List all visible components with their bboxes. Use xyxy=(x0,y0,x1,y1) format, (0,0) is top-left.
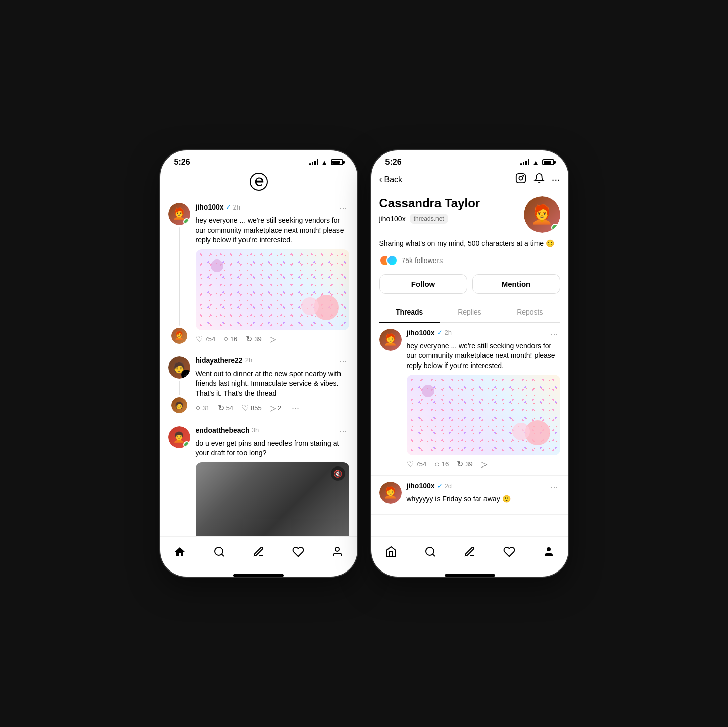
thread-line-2 xyxy=(179,381,180,395)
followers-avatars xyxy=(379,255,398,266)
post-user-1: jiho100x ✓ 2h xyxy=(196,203,241,211)
nav-compose-2[interactable] xyxy=(458,543,482,561)
repost-count-2: 54 xyxy=(226,404,233,412)
svg-point-2 xyxy=(335,547,339,551)
profile-sticker-image xyxy=(407,375,560,455)
post-user-2: hidayathere22 2h xyxy=(196,356,253,365)
profile-verified-1: ✓ xyxy=(437,329,443,336)
tab-replies[interactable]: Replies xyxy=(440,302,500,322)
search-icon-2 xyxy=(424,546,436,558)
status-bar-1: 5:26 ▲ xyxy=(160,150,357,169)
profile-bio: Sharing what's on my mind, 500 character… xyxy=(379,239,560,249)
wifi-icon-2: ▲ xyxy=(532,159,539,166)
profile-icon-nav xyxy=(331,546,344,558)
more-button-1[interactable]: ··· xyxy=(337,203,349,214)
heart-icon-nav xyxy=(292,546,304,558)
post-username-1: jiho100x xyxy=(196,203,224,211)
svg-point-4 xyxy=(523,175,524,176)
nav-search-2[interactable] xyxy=(418,543,443,561)
repost-icon-2: ↻ xyxy=(218,403,224,413)
tab-reposts[interactable]: Reposts xyxy=(500,302,560,322)
post-3: 🧑‍🦱 endoatthebeach 3h ··· do u ever get … xyxy=(160,420,357,536)
repost-button-1[interactable]: ↻ 39 xyxy=(246,334,261,344)
profile-like-1[interactable]: ♡ 754 xyxy=(407,459,427,469)
profile-handle: jiho100x xyxy=(379,215,406,223)
profile-handle-row: jiho100x threads.net xyxy=(379,214,480,224)
post-header-1: jiho100x ✓ 2h ··· xyxy=(196,203,349,214)
profile-more-btn-2[interactable]: ··· xyxy=(548,482,560,492)
profile-comment-1[interactable]: ○ 16 xyxy=(434,460,449,469)
bell-icon[interactable] xyxy=(533,173,545,186)
profile-posts: 🧑‍🦰 jiho100x ✓ 2h ··· xyxy=(371,323,568,525)
status-time-1: 5:26 xyxy=(174,158,190,167)
profile-post-header-1: jiho100x ✓ 2h ··· xyxy=(407,329,560,339)
nav-home-1[interactable] xyxy=(168,543,192,561)
svg-point-1 xyxy=(215,547,223,555)
post-time-3: 3h xyxy=(252,426,259,434)
share-button-1[interactable]: ▷ xyxy=(270,334,276,344)
share-button-2[interactable]: ▷ 2 xyxy=(270,403,281,413)
repost-button-2[interactable]: ↻ 54 xyxy=(218,403,233,413)
thread-line-1 xyxy=(179,227,180,326)
post-user-3: endoatthebeach 3h xyxy=(196,426,259,434)
mention-button[interactable]: Mention xyxy=(472,274,560,294)
phone-feed: 5:26 ▲ xyxy=(160,150,357,577)
more-button-2[interactable]: ··· xyxy=(337,356,349,367)
post-body-2: hidayathere22 2h ··· Went out to dinner … xyxy=(196,356,349,413)
nav-search-1[interactable] xyxy=(207,543,231,561)
heart-icon-nav-2 xyxy=(503,546,515,558)
nav-compose-1[interactable] xyxy=(247,543,271,561)
nav-heart-2[interactable] xyxy=(497,543,521,561)
profile-post-time-1: 2h xyxy=(445,329,452,336)
followers-row: 75k followers xyxy=(379,255,560,266)
home-icon-filled xyxy=(174,546,186,558)
post-actions-2: ○ 31 ↻ 54 ♡ 855 ▷ 2 xyxy=(196,403,349,413)
nav-home-2[interactable] xyxy=(379,543,403,561)
bottom-nav-2 xyxy=(371,536,568,571)
status-icons-2: ▲ xyxy=(520,159,554,166)
follow-button[interactable]: Follow xyxy=(379,274,467,294)
profile-name: Cassandra Taylor xyxy=(379,196,480,211)
instagram-icon[interactable] xyxy=(515,173,526,186)
like-button-1[interactable]: ♡ 754 xyxy=(196,334,216,344)
nav-heart-1[interactable] xyxy=(286,543,310,561)
tab-threads[interactable]: Threads xyxy=(379,302,440,322)
feed-scroll[interactable]: 🧑‍🦰 🧑‍🦰 jiho100x ✓ 2h xyxy=(160,197,357,536)
like-button-2[interactable]: ♡ 855 xyxy=(241,403,262,413)
post-time-2: 2h xyxy=(245,356,252,364)
compose-icon xyxy=(253,546,265,558)
profile-repost-1[interactable]: ↻ 39 xyxy=(457,459,472,469)
more-button-3[interactable]: ··· xyxy=(337,426,349,437)
add-button-2[interactable]: + xyxy=(181,370,190,379)
profile-info: Cassandra Taylor jiho100x threads.net xyxy=(379,196,480,224)
reply-avatar-2: 🧑 xyxy=(171,397,187,413)
comment-button-1[interactable]: ○ 16 xyxy=(223,334,237,343)
status-icons-1: ▲ xyxy=(309,159,343,166)
nav-profile-2[interactable] xyxy=(537,543,561,561)
profile-content[interactable]: Cassandra Taylor jiho100x threads.net 🧑‍… xyxy=(371,192,568,536)
comment-count-2: 31 xyxy=(202,404,209,412)
more-icon[interactable]: ··· xyxy=(552,174,560,185)
post-time-1: 2h xyxy=(233,203,240,211)
post-body-3: endoatthebeach 3h ··· do u ever get pins… xyxy=(196,426,349,536)
profile-share-1[interactable]: ▷ xyxy=(481,459,487,469)
profile-post-time-2: 2d xyxy=(445,482,452,490)
profile-post-user-1: jiho100x ✓ 2h xyxy=(407,329,452,337)
heart-icon-1: ♡ xyxy=(196,334,203,344)
comment-button-2[interactable]: ○ 31 xyxy=(196,403,210,412)
back-button[interactable]: ‹ Back xyxy=(379,174,403,185)
profile-domain: threads.net xyxy=(410,214,448,224)
profile-post-avatar-2: 🧑‍🦰 xyxy=(379,482,402,504)
signal-icon xyxy=(309,159,318,165)
profile-post-avatar-col-2: 🧑‍🦰 xyxy=(379,482,402,508)
online-indicator-3 xyxy=(183,441,190,448)
heart-icon-2: ♡ xyxy=(241,403,249,413)
more-button-2b[interactable]: ··· xyxy=(289,403,301,413)
like-count-2: 855 xyxy=(251,404,262,412)
post-image-3: 🔇 xyxy=(196,462,349,536)
avatar-col-2: 🧑 + 🧑 xyxy=(168,356,190,413)
comment-count-1: 16 xyxy=(230,335,237,343)
profile-more-btn-1[interactable]: ··· xyxy=(548,329,560,339)
nav-profile-1[interactable] xyxy=(325,543,350,561)
profile-buttons: Follow Mention xyxy=(379,274,560,294)
